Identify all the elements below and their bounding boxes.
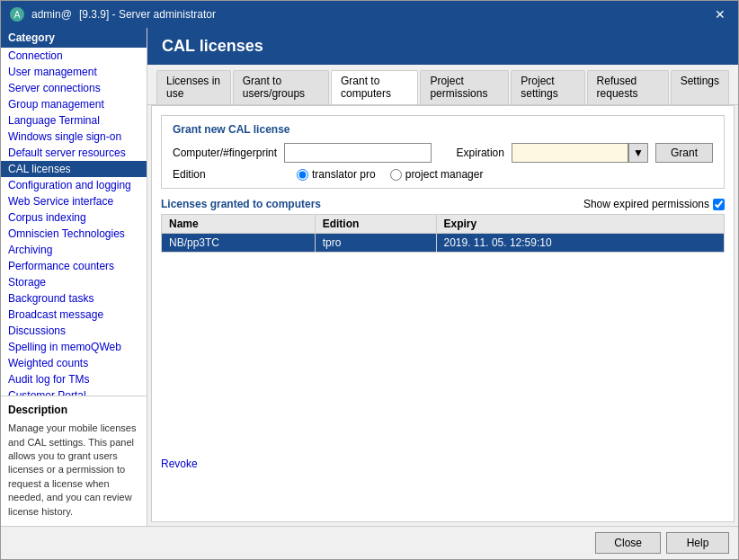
sidebar-item-archiving[interactable]: Archiving [1,242,147,258]
sidebar-item-user-management[interactable]: User management [1,64,147,80]
tab-content: Grant new CAL license Computer/#fingerpr… [151,105,735,522]
tab-grant-to-computers[interactable]: Grant to computers [331,70,418,104]
category-header: Category [1,28,147,48]
sidebar-item-web-service-interface[interactable]: Web Service interface [1,193,147,209]
grant-new-section: Grant new CAL license Computer/#fingerpr… [161,115,725,189]
show-expired-group: Show expired permissions [583,198,725,210]
sidebar-item-customer-portal[interactable]: Customer Portal [1,387,147,396]
sidebar: Category Connection User management Serv… [1,28,147,526]
expiration-label: Expiration [457,147,504,159]
sidebar-item-cal-licenses[interactable]: CAL licenses [1,161,147,177]
show-expired-checkbox[interactable] [713,199,725,210]
tab-refused-requests[interactable]: Refused requests [587,70,669,104]
window-title: [9.3.9] - Server administrator [79,8,216,21]
sidebar-item-spelling-in-memoqweb[interactable]: Spelling in memoQWeb [1,339,147,355]
edition-translator-pro-option[interactable]: translator pro [297,168,376,181]
tabs-bar: Licenses in use Grant to users/groups Gr… [147,65,738,105]
col-name: Name [162,215,316,234]
sidebar-item-server-connections[interactable]: Server connections [1,80,147,96]
licenses-header-row: Licenses granted to computers Show expir… [161,198,725,210]
help-button[interactable]: Help [666,532,729,554]
sidebar-item-discussions[interactable]: Discussions [1,323,147,339]
computer-label: Computer/#fingerprint [173,147,277,159]
sidebar-item-default-server-resources[interactable]: Default server resources [1,145,147,161]
sidebar-item-broadcast-message[interactable]: Broadcast message [1,307,147,323]
edition-project-manager-label: project manager [405,168,484,181]
edition-label: Edition [173,168,289,181]
window-user: admin@ [31,8,72,21]
tab-grant-to-users-groups[interactable]: Grant to users/groups [233,70,329,104]
edition-translator-pro-label: translator pro [312,168,376,181]
description-text: Manage your mobile licenses and CAL sett… [8,422,139,519]
window-close-button[interactable]: ✕ [711,7,729,22]
tab-project-permissions[interactable]: Project permissions [420,70,509,104]
tab-licenses-in-use[interactable]: Licenses in use [156,70,231,104]
sidebar-description: Description Manage your mobile licenses … [1,396,147,526]
sidebar-item-connection[interactable]: Connection [1,48,147,64]
edition-translator-pro-radio[interactable] [297,169,308,181]
title-bar: A admin@ [9.3.9] - Server administrator … [1,1,738,28]
sidebar-item-group-management[interactable]: Group management [1,96,147,112]
sidebar-item-corpus-indexing[interactable]: Corpus indexing [1,209,147,226]
edition-project-manager-radio[interactable] [390,169,402,181]
revoke-link[interactable]: Revoke [161,458,198,470]
sidebar-item-language-terminal[interactable]: Language Terminal [1,112,147,129]
sidebar-item-weighted-counts[interactable]: Weighted counts [1,355,147,371]
table-row[interactable]: NB/pp3TC tpro 2019. 11. 05. 12:59:10 [162,234,725,253]
row-expiry: 2019. 11. 05. 12:59:10 [436,234,725,253]
bottom-bar: Close Help [1,526,738,559]
main-content: Category Connection User management Serv… [1,28,738,526]
title-bar-left: A admin@ [9.3.9] - Server administrator [10,7,216,22]
expiration-calendar-button[interactable]: ▼ [628,143,648,163]
description-header: Description [8,404,139,416]
tab-settings[interactable]: Settings [671,70,729,104]
licenses-granted-title: Licenses granted to computers [161,198,321,210]
row-edition: tpro [315,234,436,253]
app-icon: A [10,7,24,22]
close-button[interactable]: Close [595,532,661,554]
computer-input[interactable] [284,143,432,163]
sidebar-item-storage[interactable]: Storage [1,274,147,290]
sidebar-item-configuration-and-logging[interactable]: Configuration and logging [1,177,147,193]
licenses-granted-section: Licenses granted to computers Show expir… [161,198,725,470]
grant-section-title: Grant new CAL license [173,123,713,136]
content-area: CAL licenses Licenses in use Grant to us… [147,28,738,526]
col-expiry: Expiry [436,215,725,234]
sidebar-item-audit-log-for-tms[interactable]: Audit log for TMs [1,371,147,387]
sidebar-item-omniscien-technologies[interactable]: Omniscien Technologies [1,226,147,242]
sidebar-item-windows-single-sign-on[interactable]: Windows single sign-on [1,129,147,145]
edition-project-manager-option[interactable]: project manager [390,168,484,181]
main-window: A admin@ [9.3.9] - Server administrator … [0,0,739,560]
grant-button[interactable]: Grant [655,143,713,163]
row-name: NB/pp3TC [162,234,316,253]
col-edition: Edition [315,215,436,234]
tab-project-settings[interactable]: Project settings [511,70,584,104]
sidebar-item-background-tasks[interactable]: Background tasks [1,290,147,307]
licenses-table: Name Edition Expiry NB/pp3TC tpro 2019. … [161,214,725,253]
sidebar-top: Category Connection User management Serv… [1,28,147,396]
sidebar-item-performance-counters[interactable]: Performance counters [1,258,147,274]
expiration-input[interactable]: 2020.08.12. 16:53 [512,143,628,163]
page-title: CAL licenses [147,28,738,65]
show-expired-label: Show expired permissions [583,198,709,210]
